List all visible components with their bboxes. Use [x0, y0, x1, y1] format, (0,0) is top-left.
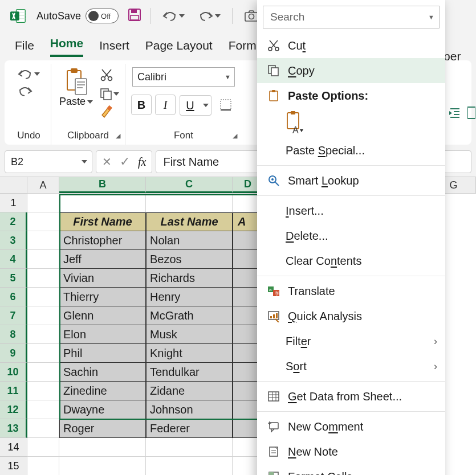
- cancel-icon[interactable]: ✕: [102, 155, 112, 169]
- cell[interactable]: [27, 363, 59, 382]
- format-painter-button[interactable]: [100, 104, 119, 121]
- redo-button[interactable]: [15, 85, 42, 97]
- menu-cut[interactable]: Cut: [257, 33, 445, 58]
- cell[interactable]: Zinedine: [59, 382, 146, 400]
- cell[interactable]: McGrath: [146, 306, 233, 325]
- cell[interactable]: [27, 325, 59, 344]
- cell[interactable]: Last Name: [146, 212, 233, 231]
- row-header[interactable]: 13: [0, 419, 27, 438]
- menu-get-data-from-sheet[interactable]: Get Data from Sheet...: [257, 384, 445, 409]
- context-search[interactable]: Search ▼: [263, 6, 440, 28]
- cell[interactable]: Jeff: [59, 250, 146, 269]
- col-header-a[interactable]: A: [27, 177, 59, 193]
- cell[interactable]: [27, 382, 59, 400]
- cell[interactable]: Tendulkar: [146, 363, 233, 382]
- italic-button[interactable]: I: [155, 95, 176, 115]
- cell[interactable]: [146, 194, 233, 212]
- cell[interactable]: Thierry: [59, 288, 146, 306]
- row-header[interactable]: 3: [0, 231, 27, 250]
- menu-delete[interactable]: Delete...: [257, 223, 445, 248]
- cell[interactable]: [27, 306, 59, 325]
- cell[interactable]: Federer: [146, 419, 233, 438]
- copy-button[interactable]: [100, 88, 119, 100]
- menu-insert[interactable]: Insert...: [257, 198, 445, 223]
- check-icon[interactable]: ✓: [120, 154, 130, 169]
- dialog-launcher-icon[interactable]: ◢: [116, 132, 120, 140]
- fx-icon[interactable]: fx: [138, 155, 146, 169]
- underline-dropdown[interactable]: [200, 95, 211, 116]
- cell[interactable]: Sachin: [59, 363, 146, 382]
- row-header[interactable]: 11: [0, 382, 27, 400]
- cell[interactable]: Zidane: [146, 382, 233, 400]
- tab-page-layout[interactable]: Page Layout: [145, 39, 213, 57]
- cell[interactable]: [27, 400, 59, 419]
- menu-new-note[interactable]: New Note: [257, 439, 445, 464]
- row-header[interactable]: 7: [0, 306, 27, 325]
- bold-button[interactable]: B: [131, 95, 152, 115]
- menu-copy[interactable]: Copy: [257, 58, 445, 83]
- menu-quick-analysis[interactable]: Quick Analysis: [257, 304, 445, 329]
- dialog-launcher-icon[interactable]: ◢: [233, 132, 237, 140]
- cell[interactable]: [146, 457, 233, 475]
- cell[interactable]: Nolan: [146, 231, 233, 250]
- cell[interactable]: Elon: [59, 325, 146, 344]
- tab-home[interactable]: Home: [50, 36, 83, 57]
- cell[interactable]: Vivian: [59, 269, 146, 288]
- font-name-selector[interactable]: Calibri ▼: [132, 67, 235, 87]
- cell[interactable]: Roger: [59, 419, 146, 438]
- cell[interactable]: Henry: [146, 288, 233, 306]
- row-header[interactable]: 2: [0, 212, 27, 231]
- row-header[interactable]: 15: [0, 457, 27, 475]
- menu-filter[interactable]: Filter›: [257, 329, 445, 354]
- cell[interactable]: Knight: [146, 344, 233, 363]
- row-header[interactable]: 9: [0, 344, 27, 363]
- cell[interactable]: [27, 419, 59, 438]
- cell[interactable]: Richards: [146, 269, 233, 288]
- menu-translate[interactable]: a字 Translate: [257, 279, 445, 304]
- cell[interactable]: [146, 438, 233, 457]
- cell[interactable]: [27, 212, 59, 231]
- cell[interactable]: [27, 344, 59, 363]
- menu-sort[interactable]: Sort›: [257, 354, 445, 379]
- tab-formulas-partial[interactable]: Form: [229, 39, 257, 57]
- menu-clear-contents[interactable]: Clear Contents: [257, 248, 445, 273]
- cell[interactable]: [27, 231, 59, 250]
- row-header[interactable]: 10: [0, 363, 27, 382]
- cell[interactable]: [59, 438, 146, 457]
- col-header-b[interactable]: B: [59, 177, 146, 193]
- cell[interactable]: Johnson: [146, 400, 233, 419]
- cell[interactable]: [59, 457, 146, 475]
- menu-new-comment[interactable]: New Comment: [257, 414, 445, 439]
- redo-button[interactable]: [196, 10, 223, 22]
- autosave-control[interactable]: AutoSave Off: [36, 9, 119, 23]
- row-header[interactable]: 4: [0, 250, 27, 269]
- row-header[interactable]: 1: [0, 194, 27, 212]
- menu-paste-special[interactable]: Paste Special...: [257, 138, 445, 163]
- cell[interactable]: First Name: [59, 212, 146, 231]
- row-header[interactable]: 6: [0, 288, 27, 306]
- cell[interactable]: Phil: [59, 344, 146, 363]
- row-header[interactable]: 8: [0, 325, 27, 344]
- cell[interactable]: [27, 288, 59, 306]
- tab-insert[interactable]: Insert: [99, 39, 129, 57]
- menu-paste-option-default[interactable]: A: [257, 108, 445, 138]
- cell[interactable]: [59, 194, 146, 212]
- cell[interactable]: Musk: [146, 325, 233, 344]
- row-header[interactable]: 12: [0, 400, 27, 419]
- name-box[interactable]: B2: [5, 150, 92, 173]
- undo-button[interactable]: [15, 68, 42, 80]
- cell[interactable]: [27, 269, 59, 288]
- row-header[interactable]: 14: [0, 438, 27, 457]
- select-all-corner[interactable]: [0, 177, 27, 193]
- undo-button[interactable]: [160, 10, 187, 22]
- cell[interactable]: Christopher: [59, 231, 146, 250]
- cell[interactable]: Bezos: [146, 250, 233, 269]
- row-header[interactable]: 5: [0, 269, 27, 288]
- cut-button[interactable]: [100, 68, 119, 84]
- menu-smart-lookup[interactable]: Smart Lookup: [257, 168, 445, 193]
- cell[interactable]: Dwayne: [59, 400, 146, 419]
- cell[interactable]: [27, 438, 59, 457]
- tab-file[interactable]: File: [15, 39, 34, 57]
- col-header-c[interactable]: C: [146, 177, 233, 193]
- cell[interactable]: [27, 457, 59, 475]
